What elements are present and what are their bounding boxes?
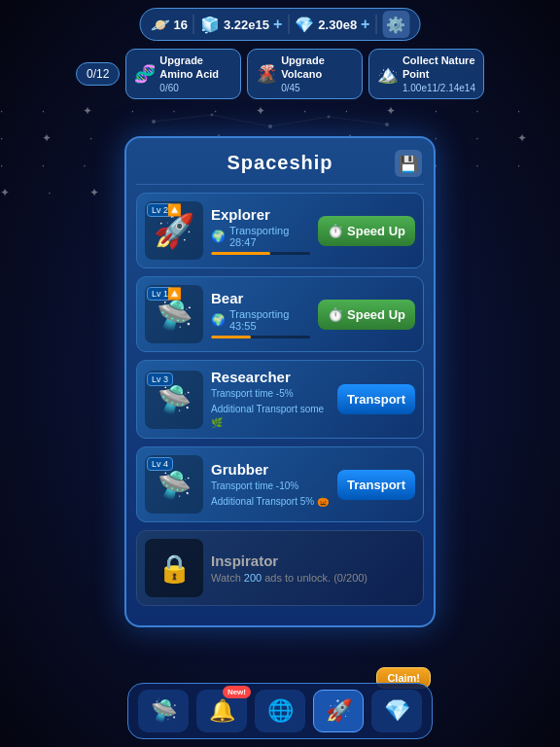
- divider-3: [375, 15, 376, 34]
- gems-nav-icon: 💎: [384, 698, 410, 724]
- researcher-level: Lv 3: [147, 373, 173, 386]
- lock-icon: 🔒: [158, 552, 192, 585]
- nav-globe[interactable]: 🌐: [255, 690, 305, 732]
- researcher-image: Lv 3 🛸: [145, 371, 203, 429]
- bear-status: 🌍 Transporting 43:55: [211, 308, 310, 332]
- spaceship-nav-icon: 🚀: [326, 698, 352, 724]
- panel-title: Spaceship: [227, 152, 332, 173]
- diamond-counter: 💎 2.30e8 +: [295, 16, 369, 34]
- crystal-count: 3.22e15: [224, 18, 269, 32]
- bear-arrow-icon: 🔼: [167, 287, 182, 301]
- diamond-count: 2.30e8: [318, 18, 357, 32]
- grubber-info: Grubber Transport time -10% Additional T…: [211, 461, 330, 509]
- bear-info: Bear 🌍 Transporting 43:55: [211, 290, 310, 338]
- nav-ships[interactable]: 🛸: [138, 690, 189, 732]
- explorer-speedup-button[interactable]: ⏱️ Speed Up: [318, 216, 415, 246]
- inspirator-info: Inspirator Watch 200 ads to unlock. (0/2…: [211, 552, 415, 584]
- quest-amino-sub: 0/60: [159, 82, 232, 94]
- explorer-image: Lv 2 🔼 🚀: [145, 201, 203, 260]
- bear-globe-icon: 🌍: [211, 313, 226, 327]
- bear-speedup-button[interactable]: ⏱️ Speed Up: [318, 300, 415, 330]
- notifications-nav-icon: 🔔: [209, 698, 235, 724]
- researcher-name: Researcher: [211, 369, 330, 385]
- planet-counter: 🪐 16: [151, 16, 188, 34]
- grubber-image: Lv 4 🛸: [145, 455, 203, 514]
- quest-nature-title: Collect Nature Point: [402, 53, 475, 82]
- quest-volcano-title: Upgrade Volcano: [281, 53, 354, 82]
- researcher-transport-button[interactable]: Transport: [337, 384, 415, 414]
- inspirator-lock-image: 🔒: [145, 539, 203, 597]
- nav-notifications[interactable]: 🔔 New!: [196, 690, 247, 732]
- explorer-name: Explorer: [211, 206, 310, 223]
- explorer-ship-icon: 🚀: [154, 211, 194, 250]
- quest-amino[interactable]: 🧬 Upgrade Amino Acid 0/60: [125, 49, 241, 99]
- spaceship-panel: Spaceship 💾 Lv 2 🔼 🚀 Explorer 🌍 Transpor…: [124, 136, 436, 627]
- bottom-nav: 🛸 🔔 New! 🌐 🚀 💎: [127, 683, 433, 739]
- grubber-desc2: Additional Transport 5% 🎃: [211, 495, 330, 509]
- explorer-globe-icon: 🌍: [211, 230, 226, 243]
- quest-amino-title: Upgrade Amino Acid: [159, 53, 232, 82]
- quest-nature-sub: 1.00e11/2.14e14: [402, 82, 475, 94]
- grubber-transport-label: Transport: [347, 478, 405, 492]
- grubber-level: Lv 4: [147, 457, 173, 471]
- bear-ship-icon: 🛸: [157, 298, 192, 332]
- explorer-status: 🌍 Transporting 28:47: [211, 225, 310, 248]
- bear-progress-bar: [211, 336, 310, 338]
- explorer-status-text: Transporting 28:47: [229, 225, 310, 248]
- ship-card-researcher: Lv 3 🛸 Researcher Transport time -5% Add…: [136, 360, 424, 439]
- ship-card-explorer: Lv 2 🔼 🚀 Explorer 🌍 Transporting 28:47 ⏱…: [136, 193, 424, 268]
- quest-volcano-sub: 0/45: [281, 82, 354, 94]
- researcher-ship-icon: 🛸: [158, 383, 192, 415]
- nav-gems[interactable]: 💎: [371, 690, 422, 732]
- bear-progress-fill: [211, 336, 251, 338]
- bear-speedup-label: Speed Up: [347, 307, 405, 322]
- settings-button[interactable]: ⚙️: [382, 11, 409, 38]
- crystal-counter: 🧊 3.22e15 +: [200, 16, 282, 34]
- top-bar: 🪐 16 🧊 3.22e15 + 💎 2.30e8 + ⚙️: [140, 8, 421, 41]
- volcano-icon: 🌋: [256, 63, 277, 85]
- globe-nav-icon: 🌐: [267, 698, 294, 724]
- svg-line-8: [329, 117, 387, 124]
- inspirator-desc: Watch 200 ads to unlock. (0/200): [211, 572, 415, 584]
- divider-1: [193, 15, 194, 34]
- speedup-icon-1: ⏱️: [328, 224, 343, 238]
- researcher-transport-label: Transport: [347, 392, 405, 407]
- explorer-speedup-label: Speed Up: [347, 224, 405, 238]
- grubber-transport-button[interactable]: Transport: [337, 470, 415, 500]
- explorer-arrow-icon: 🔼: [167, 203, 182, 217]
- bear-name: Bear: [211, 290, 310, 306]
- crystal-icon: 🧊: [200, 16, 220, 34]
- grubber-name: Grubber: [211, 461, 330, 478]
- explorer-progress-fill: [211, 252, 270, 255]
- explorer-info: Explorer 🌍 Transporting 28:47: [211, 206, 310, 255]
- planet-icon: 🪐: [151, 16, 170, 34]
- grubber-ship-icon: 🛸: [158, 469, 192, 501]
- quest-nature[interactable]: 🏔️ Collect Nature Point 1.00e11/2.14e14: [368, 49, 484, 99]
- ship-card-inspirator: 🔒 Inspirator Watch 200 ads to unlock. (0…: [136, 530, 424, 606]
- researcher-desc1: Transport time -5%: [211, 387, 330, 401]
- quest-volcano[interactable]: 🌋 Upgrade Volcano 0/45: [247, 49, 363, 99]
- researcher-desc2: Additional Transport some 🌿: [211, 403, 330, 430]
- panel-save-button[interactable]: 💾: [395, 150, 422, 177]
- inspirator-count: 200: [244, 572, 262, 584]
- speedup-icon-2: ⏱️: [328, 307, 343, 322]
- divider-2: [288, 15, 289, 34]
- panel-header: Spaceship 💾: [126, 138, 434, 184]
- nature-icon: 🏔️: [377, 63, 399, 85]
- diamond-icon: 💎: [295, 16, 314, 34]
- crystal-plus[interactable]: +: [273, 16, 282, 33]
- bear-image: Lv 1 🔼 🛸: [145, 285, 203, 343]
- ship-card-grubber: Lv 4 🛸 Grubber Transport time -10% Addit…: [136, 446, 424, 522]
- amino-icon: 🧬: [134, 63, 156, 85]
- quest-counter: 0/12: [76, 62, 120, 86]
- grubber-desc1: Transport time -10%: [211, 480, 330, 493]
- inspirator-name: Inspirator: [211, 552, 415, 569]
- ships-nav-icon: 🛸: [151, 698, 177, 724]
- constellation-decoration: [134, 107, 426, 136]
- researcher-info: Researcher Transport time -5% Additional…: [211, 369, 330, 430]
- explorer-progress-bar: [211, 252, 310, 255]
- svg-line-7: [270, 117, 329, 126]
- diamond-plus[interactable]: +: [361, 16, 369, 33]
- notifications-badge: New!: [223, 686, 251, 698]
- nav-spaceship[interactable]: 🚀: [313, 690, 364, 732]
